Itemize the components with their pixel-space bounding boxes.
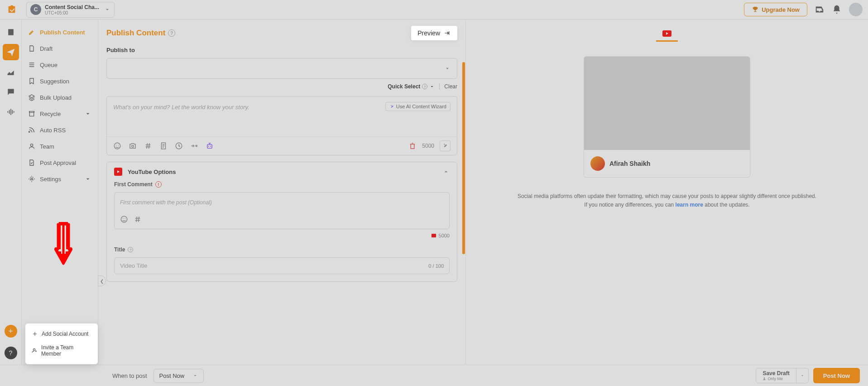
title-placeholder: Video Title (120, 262, 147, 269)
sidebar-item-approval[interactable]: Post Approval (22, 154, 98, 171)
rail-add-button[interactable]: + (5, 325, 17, 338)
chevron-down-icon (444, 65, 451, 72)
learn-more-link[interactable]: learn more (676, 202, 703, 208)
wand-icon (389, 104, 394, 109)
footer-bar: When to post Post Now Save Draft Only Me… (0, 365, 868, 386)
divider (439, 83, 440, 90)
add-menu-popup: Add Social Account Invite a Team Member (25, 323, 98, 364)
arrows-icon[interactable] (190, 142, 198, 150)
save-draft-button[interactable]: Save Draft Only Me (756, 368, 808, 383)
when-to-post-select[interactable]: Post Now (153, 369, 204, 383)
sidebar-item-team[interactable]: Team (22, 138, 98, 154)
sidebar-item-draft[interactable]: Draft (22, 40, 98, 57)
chevron-down-icon (104, 6, 110, 13)
arrow-right-icon (443, 30, 451, 36)
youtube-options: YouTube Options First Comment ! First co… (106, 162, 457, 282)
svg-point-0 (30, 144, 33, 146)
youtube-icon (114, 168, 122, 176)
clear-button[interactable]: Clear (444, 83, 457, 90)
rail-analytics[interactable] (3, 64, 19, 80)
sidebar-label: Team (40, 143, 54, 150)
sidebar-item-publish[interactable]: Publish Content (22, 24, 98, 40)
sidebar-label: Bulk Upload (40, 94, 72, 101)
template-icon[interactable] (159, 142, 168, 150)
svg-point-4 (118, 145, 119, 146)
quick-select[interactable]: Quick Select ? (388, 83, 435, 90)
youtube-icon (662, 30, 671, 37)
user-icon (28, 143, 35, 150)
app-logo-icon[interactable] (5, 3, 18, 16)
sidebar-item-queue[interactable]: Queue (22, 57, 98, 73)
chevron-down-icon (192, 373, 198, 378)
svg-point-3 (116, 145, 117, 146)
help-icon: ? (422, 84, 427, 89)
chevron-down-icon (429, 84, 435, 89)
emoji-icon[interactable] (113, 142, 121, 150)
icon-rail: + ? (0, 19, 22, 365)
post-now-button[interactable]: Post Now (813, 368, 860, 383)
sidebar-label: Settings (40, 176, 61, 183)
magic-button[interactable] (440, 140, 451, 151)
workspace-selector[interactable]: C Content Social Cha... UTC+05:00 (26, 2, 115, 18)
author-avatar (590, 156, 605, 171)
youtube-preview-tab[interactable] (656, 27, 678, 42)
ai-wizard-button[interactable]: Use AI Content Wizard (385, 102, 451, 111)
invite-team-member[interactable]: Invite a Team Member (25, 341, 98, 361)
first-comment-placeholder: First comment with the post (Optional) (120, 199, 212, 206)
first-comment-input[interactable]: First comment with the post (Optional) (114, 192, 450, 229)
upgrade-label: Upgrade Now (762, 6, 800, 13)
help-icon[interactable]: ? (128, 247, 133, 252)
video-title-input[interactable]: Video Title 0 / 100 (114, 257, 450, 274)
top-header: C Content Social Cha... UTC+05:00 Upgrad… (0, 0, 868, 19)
rail-listen[interactable] (3, 104, 19, 120)
save-draft-label: Save Draft (762, 370, 789, 376)
layers-icon (28, 94, 35, 101)
scrollbar[interactable] (462, 62, 465, 254)
rail-publish[interactable] (3, 44, 19, 60)
account-selector[interactable] (106, 58, 457, 79)
user-avatar[interactable] (849, 3, 863, 16)
rail-help-button[interactable]: ? (5, 347, 17, 359)
sidebar-item-settings[interactable]: Settings (22, 171, 98, 187)
rail-calendar[interactable] (3, 24, 19, 40)
add-social-account[interactable]: Add Social Account (25, 327, 98, 341)
sidebar-item-bulk[interactable]: Bulk Upload (22, 89, 98, 106)
rail-inbox[interactable] (3, 84, 19, 100)
workspace-name: Content Social Cha... (45, 4, 104, 10)
plus-icon (32, 331, 38, 337)
sidebar-item-autorss[interactable]: Auto RSS (22, 122, 98, 138)
emoji-icon[interactable] (120, 215, 128, 223)
preview-disclaimer: Social media platforms often update thei… (473, 192, 861, 209)
trophy-icon (752, 6, 759, 13)
help-icon[interactable]: ? (168, 29, 175, 37)
save-draft-visibility: Only Me (762, 376, 783, 381)
save-draft-dropdown[interactable] (796, 368, 808, 383)
svg-point-2 (114, 143, 120, 149)
sidebar-item-suggestion[interactable]: Suggestion (22, 73, 98, 89)
chevron-down-icon (84, 175, 91, 183)
upgrade-button[interactable]: Upgrade Now (744, 3, 807, 16)
first-comment-label: First Comment ! (114, 181, 450, 188)
bell-icon[interactable] (832, 5, 842, 14)
hashtag-icon[interactable] (134, 215, 142, 223)
file-icon (28, 45, 35, 52)
hashtag-icon[interactable] (144, 142, 152, 150)
robot-icon[interactable] (206, 142, 214, 150)
trash-icon[interactable] (408, 142, 417, 150)
composer-textarea[interactable]: What's on your mind? Let the world know … (107, 96, 457, 136)
svg-point-11 (123, 218, 124, 219)
svg-point-8 (208, 146, 209, 147)
svg-point-13 (764, 377, 765, 379)
youtube-mini-icon (432, 234, 436, 237)
preview-button[interactable]: Preview (411, 26, 457, 40)
sidebar-item-recycle[interactable]: Recycle (22, 106, 98, 122)
when-to-post-label: When to post (112, 372, 147, 379)
clock-icon[interactable] (175, 142, 183, 150)
inbox-icon[interactable] (815, 5, 825, 14)
publish-to-label: Publish to (106, 47, 457, 53)
composer-toolbar: 5000 (107, 136, 457, 155)
youtube-options-header[interactable]: YouTube Options (107, 162, 457, 181)
warning-icon[interactable]: ! (155, 181, 162, 188)
sidebar: Publish Content Draft Queue Suggestion B… (22, 19, 98, 365)
camera-icon[interactable] (129, 142, 137, 150)
